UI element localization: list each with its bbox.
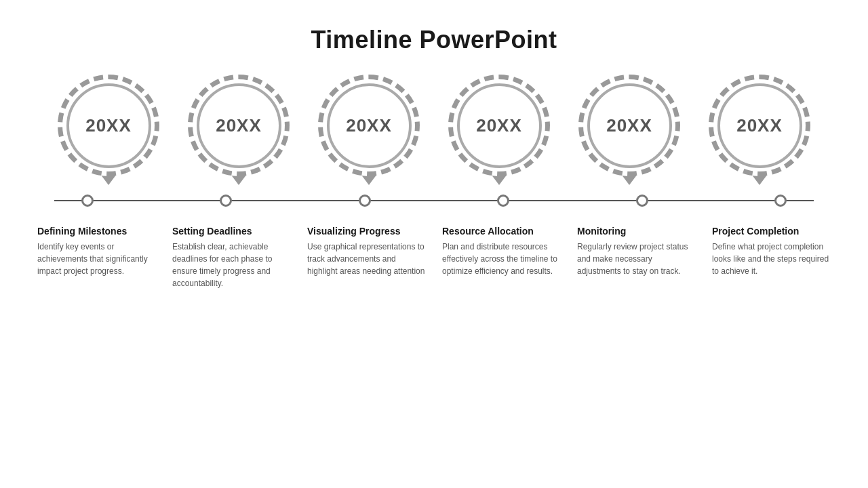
text-title-3: Resource Allocation <box>442 226 561 237</box>
circle-outer-5: 20XX <box>709 75 810 176</box>
text-title-5: Project Completion <box>712 226 831 237</box>
timeline-dot-2 <box>359 195 371 207</box>
text-desc-0: Identify key events or achievements that… <box>37 241 156 277</box>
text-item-3: Resource Allocation Plan and distribute … <box>442 226 561 289</box>
circle-inner-5: 20XX <box>717 83 802 168</box>
text-item-2: Visualizing Progress Use graphical repre… <box>307 226 426 289</box>
circle-inner-0: 20XX <box>66 83 151 168</box>
circle-outer-2: 20XX <box>318 75 420 176</box>
circle-outer-0: 20XX <box>58 75 159 176</box>
text-item-5: Project Completion Define what project c… <box>712 226 831 289</box>
text-desc-4: Regularly review project status and make… <box>577 241 696 277</box>
timeline-line-row <box>27 190 841 211</box>
circle-year-0: 20XX <box>85 115 132 136</box>
circle-inner-3: 20XX <box>457 83 542 168</box>
text-title-1: Setting Deadlines <box>172 226 291 237</box>
timeline-dot-3 <box>497 195 509 207</box>
circle-inner-2: 20XX <box>327 83 412 168</box>
circle-item-4: 20XX <box>575 75 684 185</box>
text-desc-3: Plan and distribute resources effectivel… <box>442 241 561 277</box>
text-desc-1: Establish clear, achievable deadlines fo… <box>172 241 291 289</box>
page-title: Timeline PowerPoint <box>311 26 557 54</box>
text-item-0: Defining Milestones Identify key events … <box>37 226 156 289</box>
text-title-0: Defining Milestones <box>37 226 156 237</box>
circle-item-1: 20XX <box>184 75 293 185</box>
circle-item-0: 20XX <box>54 75 163 185</box>
dots-row <box>54 195 814 207</box>
circle-inner-1: 20XX <box>197 83 281 168</box>
circle-outer-4: 20XX <box>578 75 680 176</box>
timeline-dot-1 <box>220 195 232 207</box>
text-desc-2: Use graphical representations to track a… <box>307 241 426 277</box>
timeline-dot-4 <box>636 195 648 207</box>
circle-item-3: 20XX <box>445 75 553 185</box>
text-row: Defining Milestones Identify key events … <box>27 226 841 289</box>
circle-year-3: 20XX <box>476 115 522 136</box>
circle-outer-1: 20XX <box>188 75 290 176</box>
timeline-dot-0 <box>81 195 94 207</box>
circle-outer-3: 20XX <box>448 75 550 176</box>
text-item-4: Monitoring Regularly review project stat… <box>577 226 696 289</box>
text-desc-5: Define what project completion looks lik… <box>712 241 831 277</box>
circle-inner-4: 20XX <box>587 83 672 168</box>
circle-year-1: 20XX <box>216 115 262 136</box>
circle-year-2: 20XX <box>346 115 392 136</box>
circle-item-5: 20XX <box>705 75 814 185</box>
text-title-2: Visualizing Progress <box>307 226 426 237</box>
timeline-dot-5 <box>774 195 787 207</box>
circle-year-4: 20XX <box>606 115 652 136</box>
text-item-1: Setting Deadlines Establish clear, achie… <box>172 226 291 289</box>
circle-year-5: 20XX <box>736 115 783 136</box>
timeline-container: 20XX 20XX 20XX 20XX 20XX <box>27 75 841 289</box>
circles-row: 20XX 20XX 20XX 20XX 20XX <box>27 75 841 185</box>
circle-item-2: 20XX <box>315 75 423 185</box>
text-title-4: Monitoring <box>577 226 696 237</box>
